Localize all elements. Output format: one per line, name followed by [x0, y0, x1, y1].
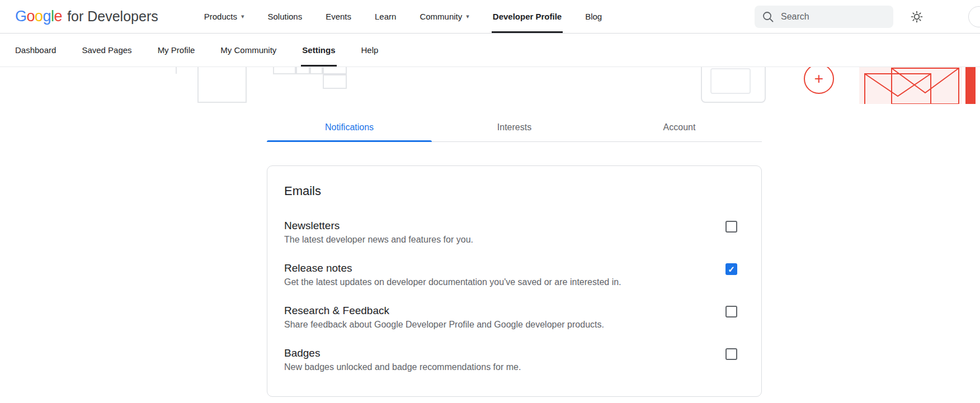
- nav-item-learn[interactable]: Learn: [375, 0, 396, 33]
- tab-notifications[interactable]: Notifications: [267, 115, 432, 141]
- decorative-grid-doodle: [296, 67, 310, 74]
- email-row-title: Release notes: [284, 261, 621, 275]
- primary-nav: Products ▾ Solutions Events Learn Commun…: [204, 0, 602, 33]
- email-row-title: Research & Feedback: [284, 304, 604, 317]
- email-row-text: Badges New badges unlocked and badge rec…: [284, 346, 521, 374]
- theme-toggle-button[interactable]: [908, 8, 926, 26]
- decorative-red-bar: [965, 67, 976, 104]
- nav-item-developer-profile[interactable]: Developer Profile: [493, 0, 562, 33]
- email-row-description: The latest developer news and features f…: [284, 233, 473, 246]
- decorative-banner: +: [0, 67, 980, 104]
- email-row-badges: Badges New badges unlocked and badge rec…: [284, 346, 745, 374]
- header-right-controls: [755, 6, 926, 28]
- research-feedback-checkbox[interactable]: ✓: [725, 306, 737, 317]
- avatar[interactable]: [968, 6, 980, 27]
- top-header: Google for Developers Products ▾ Solutio…: [0, 0, 980, 34]
- email-row-title: Newsletters: [284, 219, 473, 233]
- email-row-title: Badges: [284, 346, 521, 360]
- envelope-illustration: [859, 67, 962, 104]
- nav-item-label: Developer Profile: [493, 12, 562, 21]
- subnav-item-label: My Community: [220, 45, 276, 55]
- subnav-item-dashboard[interactable]: Dashboard: [15, 34, 56, 67]
- tab-label: Interests: [497, 122, 531, 132]
- email-row-description: Share feedback about Google Developer Pr…: [284, 318, 604, 331]
- google-for-developers-logo[interactable]: Google for Developers: [15, 8, 158, 25]
- tab-account[interactable]: Account: [597, 115, 762, 141]
- profile-subnav: Dashboard Saved Pages My Profile My Comm…: [0, 34, 980, 67]
- nav-item-label: Community: [420, 12, 462, 21]
- plus-icon: +: [814, 71, 823, 87]
- nav-item-label: Products: [204, 12, 237, 21]
- nav-item-blog[interactable]: Blog: [585, 0, 602, 33]
- nav-item-label: Learn: [375, 12, 396, 21]
- chevron-down-icon: ▾: [241, 13, 244, 20]
- nav-item-label: Events: [326, 12, 351, 21]
- subnav-item-label: Settings: [302, 45, 335, 55]
- nav-item-label: Blog: [585, 12, 602, 21]
- decorative-grid-doodle: [310, 67, 323, 74]
- add-circle-icon: +: [804, 67, 834, 94]
- badges-checkbox[interactable]: ✓: [725, 348, 737, 360]
- email-row-text: Release notes Get the latest updates on …: [284, 261, 621, 289]
- subnav-item-label: My Profile: [158, 45, 195, 55]
- email-row-text: Research & Feedback Share feedback about…: [284, 304, 604, 331]
- email-row-newsletters: Newsletters The latest developer news an…: [284, 219, 745, 246]
- newsletters-checkbox[interactable]: ✓: [725, 221, 737, 233]
- settings-tabs: Notifications Interests Account: [267, 115, 762, 142]
- decorative-grid-doodle: [273, 67, 296, 74]
- emails-card-title: Emails: [284, 184, 745, 198]
- settings-content: Notifications Interests Account Emails N…: [267, 115, 762, 397]
- logo-suffix: for Developers: [67, 8, 158, 25]
- decorative-grid-doodle: [323, 74, 347, 89]
- sun-icon: [910, 10, 924, 23]
- tab-interests[interactable]: Interests: [432, 115, 597, 141]
- email-row-description: Get the latest updates on developer docu…: [284, 276, 621, 289]
- subnav-item-saved-pages[interactable]: Saved Pages: [82, 34, 131, 67]
- nav-item-products[interactable]: Products ▾: [204, 0, 244, 33]
- subnav-item-label: Saved Pages: [82, 45, 131, 55]
- nav-item-community[interactable]: Community ▾: [420, 0, 469, 33]
- subnav-item-my-profile[interactable]: My Profile: [158, 34, 195, 67]
- decorative-line: [176, 67, 177, 74]
- subnav-item-label: Help: [361, 45, 379, 55]
- tab-label: Notifications: [325, 122, 374, 132]
- google-logo-letters: Google: [15, 8, 62, 25]
- email-row-research-feedback: Research & Feedback Share feedback about…: [284, 304, 745, 331]
- tab-label: Account: [663, 122, 696, 132]
- subnav-item-label: Dashboard: [15, 45, 56, 55]
- decorative-card-doodle-inner: [710, 68, 751, 94]
- nav-item-label: Solutions: [267, 12, 302, 21]
- decorative-grid-doodle: [197, 67, 247, 103]
- email-row-text: Newsletters The latest developer news an…: [284, 219, 473, 246]
- emails-card: Emails Newsletters The latest developer …: [267, 165, 762, 397]
- nav-item-events[interactable]: Events: [326, 0, 351, 33]
- subnav-item-help[interactable]: Help: [361, 34, 379, 67]
- subnav-item-my-community[interactable]: My Community: [220, 34, 276, 67]
- email-row-description: New badges unlocked and badge recommenda…: [284, 361, 521, 374]
- chevron-down-icon: ▾: [466, 13, 469, 20]
- nav-item-solutions[interactable]: Solutions: [267, 0, 302, 33]
- release-notes-checkbox[interactable]: ✓: [725, 263, 737, 275]
- decorative-grid-doodle: [323, 67, 347, 74]
- search-input[interactable]: [755, 6, 893, 28]
- subnav-item-settings[interactable]: Settings: [302, 34, 335, 67]
- email-row-release-notes: Release notes Get the latest updates on …: [284, 261, 745, 289]
- search-box: [755, 6, 893, 28]
- check-icon: ✓: [728, 265, 735, 273]
